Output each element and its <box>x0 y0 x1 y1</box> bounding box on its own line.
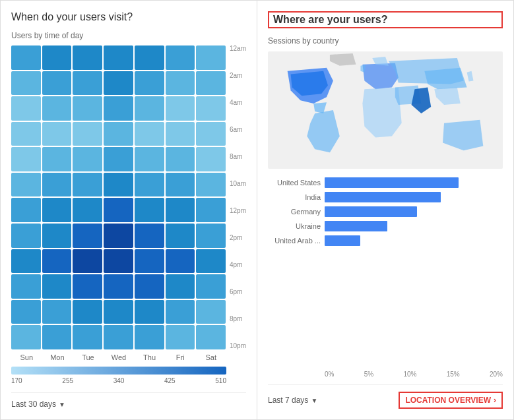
heatmap-cell <box>11 325 41 349</box>
left-panel-title: When do your users visit? <box>11 11 246 23</box>
heatmap-section: Users by time of day 12am2am4am6am8am10a… <box>11 31 246 384</box>
heatmap-cell <box>42 45 72 70</box>
heatmap-row <box>11 71 226 96</box>
heatmap-cell <box>196 224 226 248</box>
heatmap-cell <box>73 249 102 274</box>
right-panel: Where are your users? Sessions by countr… <box>257 1 513 419</box>
heatmap-cell <box>166 274 195 299</box>
heatmap-cell <box>196 325 226 349</box>
heatmap-cell <box>104 96 133 121</box>
day-labels-row: SunMonTueWedThuFriSat <box>11 353 246 361</box>
world-map <box>268 51 503 169</box>
heatmap-cell <box>166 173 195 197</box>
heatmap-cell <box>73 147 102 171</box>
left-footer-period[interactable]: Last 30 days ▼ <box>11 400 65 409</box>
bar-row: United Arab ... <box>268 235 503 246</box>
day-label: Fri <box>165 353 196 361</box>
heatmap-cell <box>196 71 226 96</box>
right-footer-period[interactable]: Last 7 days ▼ <box>268 396 317 405</box>
heatmap-row <box>11 224 226 248</box>
heatmap-cell <box>104 71 133 96</box>
heatmap-cell <box>11 274 41 299</box>
heatmap-cell <box>135 147 164 171</box>
heatmap-cell <box>11 300 41 324</box>
left-footer: Last 30 days ▼ <box>11 392 246 409</box>
legend-value: 255 <box>62 377 73 384</box>
heatmap-cell <box>11 45 41 70</box>
heatmap-cell <box>73 173 102 197</box>
heatmap-cell <box>135 173 164 197</box>
heatmap-cell <box>104 45 133 70</box>
heatmap-cell <box>73 198 102 222</box>
heatmap-cell <box>135 122 164 146</box>
legend-gradient <box>11 367 226 375</box>
heatmap-cell <box>166 325 195 349</box>
heatmap-cell <box>42 274 72 299</box>
heatmap-cell <box>104 325 133 349</box>
heatmap-cell <box>73 96 102 121</box>
heatmap-cell <box>73 224 102 248</box>
heatmap-cell <box>73 45 102 70</box>
heatmap-cell <box>104 300 133 324</box>
heatmap-row <box>11 198 226 222</box>
heatmap-cell <box>42 300 72 324</box>
heatmap-cell <box>135 71 164 96</box>
heatmap-row <box>11 96 226 121</box>
heatmap-cell <box>42 173 72 197</box>
heatmap-cell <box>11 122 41 146</box>
heatmap-cell <box>73 300 102 324</box>
heatmap-cell <box>196 300 226 324</box>
bar-track <box>325 206 503 217</box>
heatmap-cell <box>196 147 226 171</box>
heatmap-cell <box>166 249 195 274</box>
heatmap-cell <box>135 224 164 248</box>
heatmap-container: 12am2am4am6am8am10am12pm2pm4pm6pm8pm10pm <box>11 45 246 351</box>
time-label: 10pm <box>230 343 246 349</box>
day-label: Tue <box>73 353 104 361</box>
heatmap-row <box>11 300 226 324</box>
heatmap-cell <box>166 96 195 121</box>
heatmap-cell <box>11 224 41 248</box>
bar-row: India <box>268 192 503 202</box>
heatmap-cell <box>42 71 72 96</box>
heatmap-cell <box>104 249 133 274</box>
legend-value: 340 <box>113 377 125 384</box>
sessions-label: Sessions by country <box>268 36 503 45</box>
heatmap-cell <box>196 274 226 299</box>
heatmap-cell <box>196 45 226 70</box>
bar-track <box>325 177 503 188</box>
heatmap-row <box>11 147 226 171</box>
heatmap-cell <box>11 71 41 96</box>
right-dropdown-icon[interactable]: ▼ <box>311 397 317 404</box>
heatmap-cell <box>166 71 195 96</box>
heatmap-cell <box>196 122 226 146</box>
heatmap-cell <box>42 224 72 248</box>
axis-label: 0% <box>325 371 334 378</box>
right-period-label: Last 7 days <box>268 396 308 405</box>
time-label: 4pm <box>230 262 246 268</box>
heatmap-grid <box>11 45 226 351</box>
time-label: 12am <box>230 45 246 52</box>
left-dropdown-icon[interactable]: ▼ <box>59 401 65 408</box>
right-footer: Last 7 days ▼ LOCATION OVERVIEW › <box>268 384 503 409</box>
heatmap-cell <box>42 147 72 171</box>
time-label: 10am <box>230 181 246 187</box>
time-label: 8am <box>230 154 246 160</box>
heatmap-row <box>11 45 226 70</box>
bar-country-label: Ukraine <box>268 222 321 230</box>
heatmap-label: Users by time of day <box>11 31 246 40</box>
location-overview-link[interactable]: LOCATION OVERVIEW › <box>399 392 503 409</box>
heatmap-cell <box>42 122 72 146</box>
time-label: 8pm <box>230 316 246 322</box>
day-label: Sat <box>195 353 226 361</box>
bar-axis: 0%5%10%15%20% <box>268 371 503 378</box>
heatmap-cell <box>196 249 226 274</box>
heatmap-cell <box>11 173 41 197</box>
bar-track <box>325 235 503 246</box>
bar-row: United States <box>268 177 503 188</box>
bar-row: Ukraine <box>268 221 503 231</box>
heatmap-cell <box>135 45 164 70</box>
heatmap-cell <box>104 224 133 248</box>
bar-fill <box>325 221 387 231</box>
heatmap-cell <box>135 274 164 299</box>
